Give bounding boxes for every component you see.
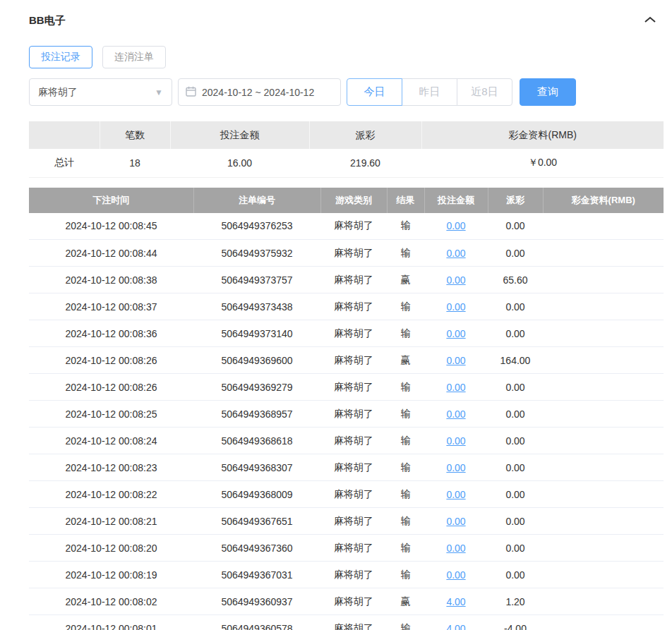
cell-result: 输 [387, 320, 424, 347]
betting-records-panel: BB电子 投注记录 连消注单 麻将胡了 ▼ 2024-10-12 ~ 2024-… [0, 0, 672, 630]
bet-amount-link[interactable]: 4.00 [446, 596, 465, 607]
record-tabs: 投注记录 连消注单 [29, 46, 664, 68]
cell-payout: 0.00 [488, 481, 543, 508]
cell-result: 输 [387, 535, 424, 562]
cell-game-type: 麻将胡了 [320, 267, 387, 293]
table-row: 2024-10-12 00:08:01 5064949360578 麻将胡了 输… [29, 615, 664, 630]
summary-table: 笔数 投注金额 派彩 彩金资料(RMB) 总计 18 16.00 219.60 … [29, 121, 664, 178]
cell-order-number: 5064949367651 [193, 508, 320, 535]
collapse-button[interactable] [642, 14, 658, 28]
col-bet-time: 下注时间 [29, 188, 193, 213]
cell-game-type: 麻将胡了 [320, 615, 387, 630]
bet-amount-link[interactable]: 0.00 [446, 516, 465, 527]
summary-total-payout: 219.60 [309, 149, 421, 177]
cell-bonus [543, 320, 664, 347]
cell-bet-amount: 0.00 [424, 428, 488, 454]
bet-amount-link[interactable]: 0.00 [446, 569, 465, 581]
cell-bet-amount: 0.00 [424, 535, 488, 562]
date-range-input[interactable]: 2024-10-12 ~ 2024-10-12 [178, 78, 341, 106]
cell-payout: -4.00 [488, 615, 543, 630]
cell-bonus [543, 615, 664, 630]
cell-order-number: 5064949368307 [193, 454, 320, 481]
panel-title: BB电子 [29, 14, 66, 28]
bet-amount-link[interactable]: 0.00 [446, 328, 465, 339]
tab-bet-records[interactable]: 投注记录 [29, 46, 92, 68]
cell-payout: 0.00 [488, 293, 543, 320]
cell-bonus [543, 562, 664, 588]
bet-amount-link[interactable]: 0.00 [446, 543, 465, 554]
cell-game-type: 麻将胡了 [320, 454, 387, 481]
bet-amount-link[interactable]: 0.00 [446, 301, 465, 313]
cell-game-type: 麻将胡了 [320, 535, 387, 562]
cell-order-number: 5064949373140 [193, 320, 320, 347]
summary-total-bet-amount: 16.00 [170, 149, 309, 177]
cell-bet-amount: 0.00 [424, 320, 488, 347]
chevron-up-icon [644, 16, 656, 26]
cell-bet-time: 2024-10-12 00:08:02 [29, 588, 193, 615]
col-payout: 派彩 [488, 188, 543, 213]
table-row: 2024-10-12 00:08:44 5064949375932 麻将胡了 输… [29, 240, 664, 267]
table-row: 2024-10-12 00:08:02 5064949360937 麻将胡了 赢… [29, 588, 664, 615]
summary-col-bet-amount: 投注金额 [170, 121, 309, 149]
cell-order-number: 5064949369600 [193, 347, 320, 374]
bet-amount-link[interactable]: 0.00 [446, 408, 465, 420]
cell-payout: 0.00 [488, 428, 543, 454]
cell-bonus [543, 347, 664, 374]
cell-game-type: 麻将胡了 [320, 562, 387, 588]
cell-payout: 164.00 [488, 347, 543, 374]
table-row: 2024-10-12 00:08:26 5064949369600 麻将胡了 赢… [29, 347, 664, 374]
cell-order-number: 5064949369279 [193, 374, 320, 401]
cell-bet-time: 2024-10-12 00:08:26 [29, 374, 193, 401]
cell-order-number: 5064949367031 [193, 562, 320, 588]
bet-amount-link[interactable]: 0.00 [446, 248, 465, 259]
cell-bet-amount: 0.00 [424, 293, 488, 320]
date-range-value: 2024-10-12 ~ 2024-10-12 [202, 87, 314, 98]
cell-bet-amount: 4.00 [424, 588, 488, 615]
col-game-type: 游戏类别 [320, 188, 387, 213]
cell-game-type: 麻将胡了 [320, 213, 387, 240]
cell-order-number: 5064949368618 [193, 428, 320, 454]
cell-game-type: 麻将胡了 [320, 428, 387, 454]
bet-table-body: 2024-10-12 00:08:45 5064949376253 麻将胡了 输… [29, 213, 664, 630]
bet-amount-link[interactable]: 0.00 [446, 355, 465, 366]
cell-order-number: 5064949373438 [193, 293, 320, 320]
cell-result: 输 [387, 401, 424, 428]
cell-payout: 0.00 [488, 508, 543, 535]
cell-result: 输 [387, 481, 424, 508]
cell-bonus [543, 588, 664, 615]
bet-amount-link[interactable]: 4.00 [446, 623, 465, 630]
cell-bonus [543, 240, 664, 267]
cell-result: 输 [387, 374, 424, 401]
cell-bet-time: 2024-10-12 00:08:37 [29, 293, 193, 320]
bet-amount-link[interactable]: 0.00 [446, 489, 465, 500]
col-result: 结果 [387, 188, 424, 213]
table-row: 2024-10-12 00:08:26 5064949369279 麻将胡了 输… [29, 374, 664, 401]
cell-order-number: 5064949360578 [193, 615, 320, 630]
cell-bet-amount: 0.00 [424, 562, 488, 588]
cell-result: 输 [387, 508, 424, 535]
bet-amount-link[interactable]: 0.00 [446, 274, 465, 286]
bet-amount-link[interactable]: 0.00 [446, 220, 465, 231]
yesterday-button[interactable]: 昨日 [402, 78, 457, 106]
cell-bet-time: 2024-10-12 00:08:44 [29, 240, 193, 267]
search-button[interactable]: 查询 [520, 78, 576, 106]
tab-cancelled-orders[interactable]: 连消注单 [102, 46, 166, 68]
cell-bet-time: 2024-10-12 00:08:22 [29, 481, 193, 508]
cell-bet-amount: 0.00 [424, 240, 488, 267]
last-8-days-button[interactable]: 近8日 [457, 78, 512, 106]
cell-payout: 0.00 [488, 240, 543, 267]
bet-amount-link[interactable]: 0.00 [446, 382, 465, 393]
cell-order-number: 5064949368957 [193, 401, 320, 428]
cell-bet-time: 2024-10-12 00:08:19 [29, 562, 193, 588]
bet-amount-link[interactable]: 0.00 [446, 462, 465, 473]
today-button[interactable]: 今日 [347, 78, 402, 106]
summary-total-label: 总计 [29, 149, 100, 177]
summary-col-count: 笔数 [100, 121, 170, 149]
game-type-select[interactable]: 麻将胡了 ▼ [29, 78, 172, 106]
table-row: 2024-10-12 00:08:23 5064949368307 麻将胡了 输… [29, 454, 664, 481]
summary-col-blank [29, 121, 100, 149]
table-row: 2024-10-12 00:08:21 5064949367651 麻将胡了 输… [29, 508, 664, 535]
cell-bet-time: 2024-10-12 00:08:21 [29, 508, 193, 535]
bet-amount-link[interactable]: 0.00 [446, 435, 465, 447]
table-row: 2024-10-12 00:08:45 5064949376253 麻将胡了 输… [29, 213, 664, 240]
